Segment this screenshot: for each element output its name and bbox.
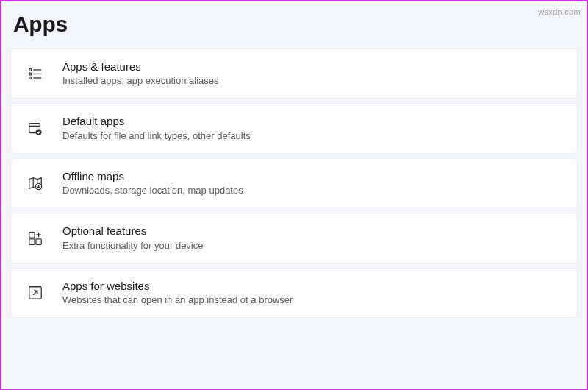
apps-websites-icon <box>26 283 45 302</box>
svg-rect-14 <box>36 238 41 244</box>
default-apps-item[interactable]: Default apps Defaults for file and link … <box>10 103 578 153</box>
page-header: Apps <box>1 1 587 49</box>
card-text: Default apps Defaults for file and link … <box>62 114 565 142</box>
card-title: Apps for websites <box>62 279 565 294</box>
settings-list: Apps & features Installed apps, app exec… <box>1 49 587 318</box>
list-icon <box>26 64 45 83</box>
optional-features-icon <box>26 229 45 248</box>
svg-rect-1 <box>29 73 32 75</box>
card-description: Websites that can open in an app instead… <box>62 294 565 307</box>
card-description: Extra functionality for your device <box>62 239 565 252</box>
offline-maps-icon <box>26 174 45 193</box>
card-description: Downloads, storage location, map updates <box>62 184 565 197</box>
page-title: Apps <box>13 12 575 37</box>
watermark-text: wsxdn.com <box>538 7 581 16</box>
card-title: Default apps <box>62 114 565 129</box>
default-apps-icon <box>26 119 45 138</box>
card-description: Installed apps, app execution aliases <box>62 74 565 88</box>
apps-features-item[interactable]: Apps & features Installed apps, app exec… <box>10 49 578 99</box>
card-title: Optional features <box>62 224 565 238</box>
card-text: Apps & features Installed apps, app exec… <box>62 60 565 88</box>
card-title: Offline maps <box>62 169 565 184</box>
svg-rect-2 <box>29 77 32 79</box>
card-text: Apps for websites Websites that can open… <box>62 279 565 307</box>
card-text: Offline maps Downloads, storage location… <box>62 169 565 197</box>
apps-websites-item[interactable]: Apps for websites Websites that can open… <box>10 268 578 318</box>
svg-rect-0 <box>29 69 32 71</box>
card-title: Apps & features <box>62 60 565 74</box>
svg-rect-13 <box>29 238 35 244</box>
optional-features-item[interactable]: Optional features Extra functionality fo… <box>10 213 578 263</box>
offline-maps-item[interactable]: Offline maps Downloads, storage location… <box>10 158 578 208</box>
card-description: Defaults for file and link types, other … <box>62 130 565 143</box>
svg-rect-12 <box>29 232 35 237</box>
card-text: Optional features Extra functionality fo… <box>62 224 565 252</box>
